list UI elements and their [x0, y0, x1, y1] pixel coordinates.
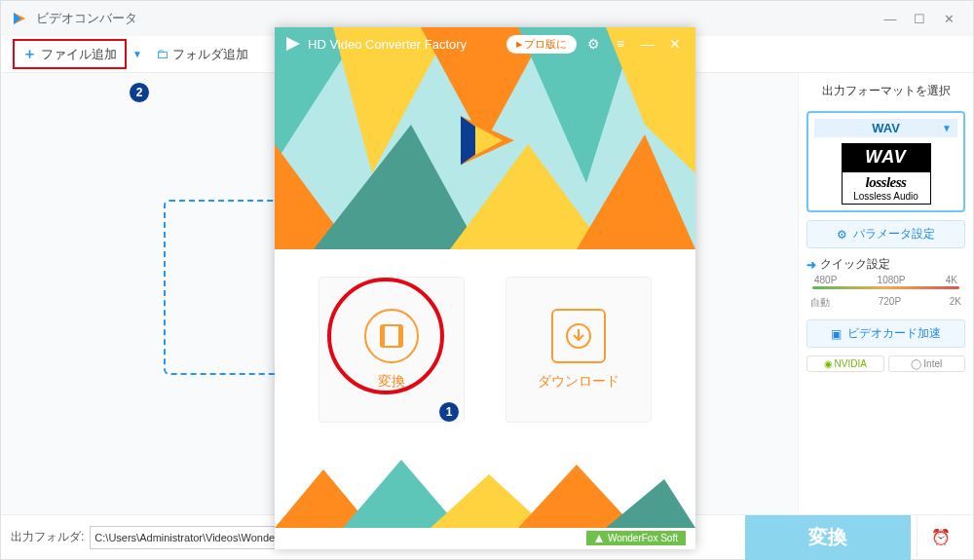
launcher-window: HD Video Converter Factory プロ版に ⚙ ≡ — ✕ … — [275, 27, 695, 549]
plus-icon: ＋ — [22, 45, 37, 63]
launcher-convert-card[interactable]: 変換 — [318, 277, 465, 423]
list-icon: ≡ — [617, 36, 624, 52]
format-badge-text: WAV — [842, 143, 931, 171]
intel-chip[interactable]: ◯ Intel — [888, 355, 966, 372]
pro-upgrade-button[interactable]: プロ版に — [506, 35, 577, 54]
gpu-label: ビデオカード加速 — [847, 325, 941, 342]
gpu-vendor-row: ◉ NVIDIA ◯ Intel — [806, 355, 965, 372]
film-icon — [364, 309, 419, 363]
params-label: パラメータ設定 — [853, 226, 935, 243]
launcher-download-label: ダウンロード — [538, 373, 619, 391]
gpu-accel-button[interactable]: ▣ ビデオカード加速 — [806, 319, 965, 348]
sidebar: 出力フォーマットを選択 WAV ▼ WAV lossless Lossless … — [798, 73, 973, 514]
nvidia-icon: ◉ — [824, 358, 833, 369]
add-folder-label: フォルダ追加 — [172, 46, 248, 63]
convert-button[interactable]: 変換 — [745, 515, 911, 560]
svg-rect-11 — [398, 325, 402, 347]
fox-icon — [594, 534, 604, 543]
gear-icon: ⚙ — [587, 36, 600, 52]
svg-rect-10 — [381, 325, 385, 347]
sliders-icon: ⚙ — [837, 228, 847, 242]
launcher-body: 変換 ダウンロード — [275, 277, 695, 423]
launcher-center-logo-icon — [446, 101, 524, 183]
lossless-logo: lossless — [844, 174, 928, 191]
callout-badge-2: 2 — [129, 82, 150, 103]
lossless-sub: Lossless Audio — [844, 191, 928, 202]
launcher-logo-icon — [284, 35, 302, 53]
app-logo-icon — [11, 10, 28, 27]
launcher-footer-art — [275, 460, 695, 528]
add-file-button[interactable]: ＋ ファイル追加 — [13, 39, 127, 69]
output-folder-label: 出力フォルダ: — [11, 529, 84, 545]
launcher-minimize-button[interactable]: — — [637, 33, 658, 55]
launcher-header: HD Video Converter Factory プロ版に ⚙ ≡ — ✕ — [275, 27, 695, 249]
launcher-title: HD Video Converter Factory — [284, 35, 501, 53]
quick-settings-title: ➜ クイック設定 — [806, 256, 965, 273]
maximize-button[interactable]: ☐ — [905, 4, 934, 33]
app-title: ビデオコンバータ — [36, 10, 876, 27]
arrow-right-icon: ➜ — [806, 258, 816, 272]
format-code: WAV — [872, 121, 900, 135]
add-file-dropdown-icon[interactable]: ▼ — [132, 49, 142, 59]
callout-badge-1: 1 — [438, 401, 460, 423]
launcher-settings-button[interactable]: ⚙ — [582, 33, 604, 55]
parameter-settings-button[interactable]: ⚙ パラメータ設定 — [806, 220, 965, 248]
launcher-convert-label: 変換 — [378, 373, 405, 391]
folder-icon: 🗀 — [156, 47, 169, 61]
alarm-button[interactable]: ⏰ — [917, 515, 963, 560]
add-folder-button[interactable]: 🗀 フォルダ追加 — [148, 42, 256, 67]
nvidia-chip[interactable]: ◉ NVIDIA — [806, 355, 884, 372]
chip-icon: ▣ — [831, 327, 842, 341]
launcher-menu-button[interactable]: ≡ — [610, 33, 631, 55]
intel-icon: ◯ — [911, 358, 921, 369]
launcher-download-card[interactable]: ダウンロード — [506, 277, 652, 423]
minimize-button[interactable]: — — [876, 4, 905, 33]
launcher-close-button[interactable]: ✕ — [664, 33, 686, 55]
svg-marker-17 — [606, 479, 695, 528]
alarm-clock-icon: ⏰ — [931, 528, 951, 546]
format-selector[interactable]: WAV ▼ WAV lossless Lossless Audio — [806, 111, 965, 212]
wonderfox-brand-badge: WonderFox Soft — [586, 531, 686, 545]
chevron-down-icon: ▼ — [942, 123, 952, 133]
download-icon — [551, 309, 606, 363]
quality-slider[interactable]: 480P 1080P 4K 自動 720P 2K — [806, 280, 965, 312]
close-button[interactable]: ✕ — [934, 4, 963, 33]
format-badge: WAV lossless Lossless Audio — [842, 143, 931, 205]
output-format-title: 出力フォーマットを選択 — [806, 83, 965, 99]
add-file-label: ファイル追加 — [41, 46, 117, 63]
